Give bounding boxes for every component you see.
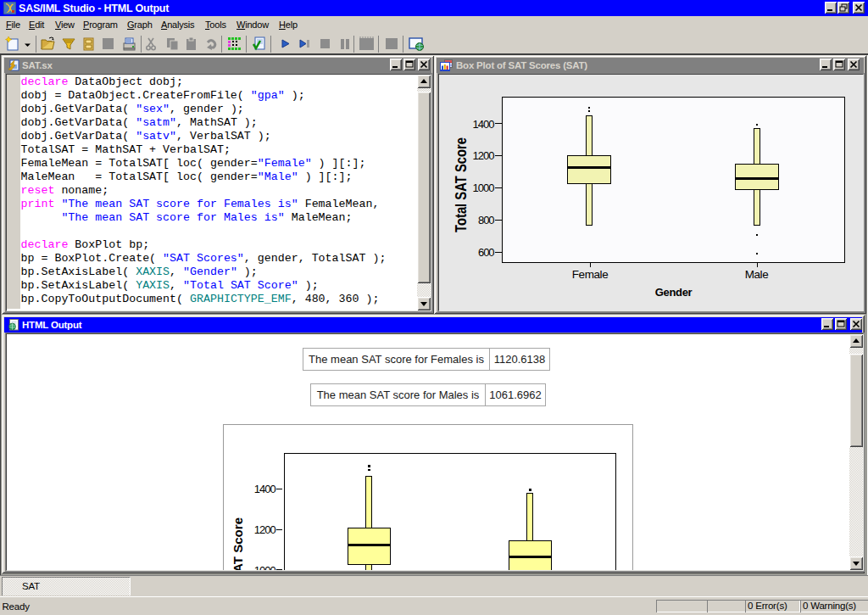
svg-text:Gender: Gender: [655, 286, 693, 299]
svg-text:1200: 1200: [473, 149, 495, 162]
svg-text:Total SAT Score: Total SAT Score: [231, 517, 245, 571]
svg-text:1400: 1400: [473, 118, 495, 131]
svg-text:600: 600: [478, 246, 495, 259]
svg-text:Total SAT Score: Total SAT Score: [453, 137, 470, 232]
svg-text:1400: 1400: [254, 483, 276, 495]
svg-text:800: 800: [478, 214, 495, 226]
svg-text:1000: 1000: [473, 182, 495, 194]
svg-text:Male: Male: [745, 268, 769, 281]
svg-text:1000: 1000: [254, 564, 276, 572]
svg-text:1200: 1200: [254, 523, 276, 536]
svg-text:Female: Female: [572, 268, 609, 281]
